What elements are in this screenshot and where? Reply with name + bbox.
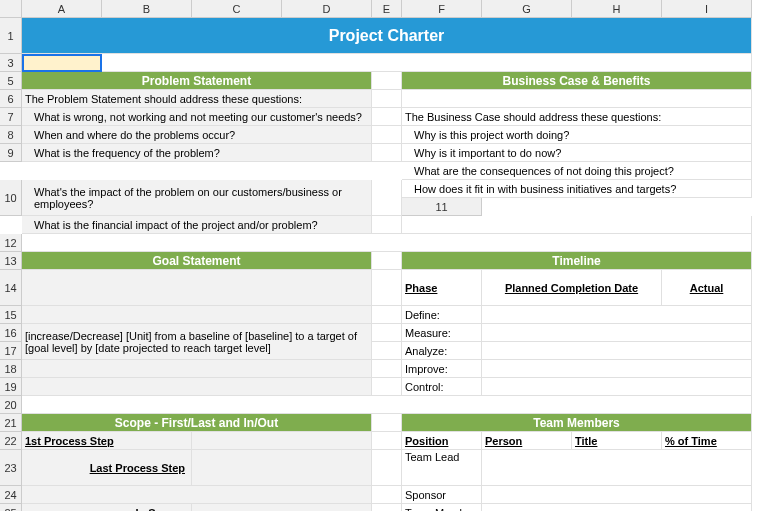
cell[interactable] xyxy=(372,126,402,144)
row-13[interactable]: 13 xyxy=(0,252,22,270)
cell[interactable] xyxy=(372,216,402,234)
cell[interactable] xyxy=(482,378,752,396)
cell[interactable] xyxy=(372,108,402,126)
col-G[interactable]: G xyxy=(482,0,572,18)
cell[interactable] xyxy=(482,306,752,324)
row-16[interactable]: 16 xyxy=(0,324,22,342)
business-case-header: Business Case & Benefits xyxy=(402,72,752,90)
col-B[interactable]: B xyxy=(102,0,192,18)
cell[interactable] xyxy=(372,324,402,342)
goal-statement-header: Goal Statement xyxy=(22,252,372,270)
row-7[interactable]: 7 xyxy=(0,108,22,126)
goal-blank xyxy=(22,270,372,306)
cell[interactable] xyxy=(482,324,752,342)
row-10[interactable]: 10 xyxy=(0,180,22,216)
cell[interactable] xyxy=(372,252,402,270)
row-14[interactable]: 14 xyxy=(0,270,22,306)
cell[interactable] xyxy=(482,486,752,504)
row-22[interactable]: 22 xyxy=(0,432,22,450)
cell[interactable] xyxy=(372,414,402,432)
cell[interactable] xyxy=(372,270,402,306)
row-20[interactable]: 20 xyxy=(0,396,22,414)
spreadsheet-grid[interactable]: A B C D E F G H I 1 Project Charter 3 5 … xyxy=(0,0,759,511)
cell[interactable] xyxy=(372,180,402,216)
blank xyxy=(402,90,752,108)
row-5[interactable]: 5 xyxy=(0,72,22,90)
team-pct-h: % of Time xyxy=(662,432,752,450)
cell[interactable] xyxy=(372,378,402,396)
problem-statement-header: Problem Statement xyxy=(22,72,372,90)
row-21[interactable]: 21 xyxy=(0,414,22,432)
goal-blank2 xyxy=(22,306,372,324)
cell[interactable] xyxy=(372,504,402,511)
cell[interactable] xyxy=(482,450,752,486)
col-A[interactable]: A xyxy=(22,0,102,18)
goal-blank3 xyxy=(22,360,372,378)
cell[interactable] xyxy=(482,360,752,378)
col-I[interactable]: I xyxy=(662,0,752,18)
timeline-analyze: Analyze: xyxy=(402,342,482,360)
business-q4: How does it fit in with business initiat… xyxy=(402,180,752,198)
business-lead: The Business Case should address these q… xyxy=(402,108,752,126)
cell[interactable] xyxy=(372,90,402,108)
blank-row xyxy=(22,396,752,414)
col-H[interactable]: H xyxy=(572,0,662,18)
row-18[interactable]: 18 xyxy=(0,360,22,378)
cell[interactable] xyxy=(192,432,372,450)
timeline-planned-h: Planned Completion Date xyxy=(482,270,662,306)
cell[interactable] xyxy=(372,144,402,162)
cell[interactable] xyxy=(482,504,752,511)
cell[interactable] xyxy=(192,450,372,486)
problem-q2: When and where do the problems occur? xyxy=(22,126,372,144)
row-15[interactable]: 15 xyxy=(0,306,22,324)
cell[interactable] xyxy=(22,486,372,504)
title-band: Project Charter xyxy=(22,18,752,54)
row-3[interactable]: 3 xyxy=(0,54,22,72)
row-6[interactable]: 6 xyxy=(0,90,22,108)
timeline-actual-h: Actual xyxy=(662,270,752,306)
cell[interactable] xyxy=(372,450,402,486)
cell[interactable] xyxy=(402,216,752,234)
business-q3: What are the consequences of not doing t… xyxy=(402,162,752,180)
row-17[interactable]: 17 xyxy=(0,342,22,360)
cell[interactable] xyxy=(372,360,402,378)
col-D[interactable]: D xyxy=(282,0,372,18)
cell[interactable] xyxy=(372,342,402,360)
select-all-corner[interactable] xyxy=(0,0,22,18)
problem-q4: What's the impact of the problem on our … xyxy=(22,180,372,216)
cell[interactable] xyxy=(372,72,402,90)
row-24[interactable]: 24 xyxy=(0,486,22,504)
row-11[interactable]: 11 xyxy=(402,198,482,216)
cell[interactable] xyxy=(192,504,372,511)
team-sponsor: Sponsor xyxy=(402,486,482,504)
team-member-1: Team Member xyxy=(402,504,482,511)
row-23[interactable]: 23 xyxy=(0,450,22,486)
timeline-define: Define: xyxy=(402,306,482,324)
timeline-phase-h: Phase xyxy=(402,270,482,306)
timeline-improve: Improve: xyxy=(402,360,482,378)
scope-last: Last Process Step xyxy=(22,450,192,486)
problem-q3: What is the frequency of the problem? xyxy=(22,144,372,162)
row-19[interactable]: 19 xyxy=(0,378,22,396)
team-title-h: Title xyxy=(572,432,662,450)
timeline-measure: Measure: xyxy=(402,324,482,342)
row-12[interactable]: 12 xyxy=(0,234,22,252)
cell[interactable] xyxy=(372,306,402,324)
row-25[interactable]: 25 xyxy=(0,504,22,511)
col-F[interactable]: F xyxy=(402,0,482,18)
scope-first: 1st Process Step xyxy=(22,432,192,450)
cell-A3-selected[interactable] xyxy=(22,54,102,72)
row-8[interactable]: 8 xyxy=(0,126,22,144)
cell[interactable] xyxy=(102,54,752,72)
goal-text: [increase/Decrease] [Unit] from a baseli… xyxy=(22,324,372,360)
col-E[interactable]: E xyxy=(372,0,402,18)
cell[interactable] xyxy=(372,486,402,504)
cell[interactable] xyxy=(372,432,402,450)
problem-q1: What is wrong, not working and not meeti… xyxy=(22,108,372,126)
cell[interactable] xyxy=(482,342,752,360)
col-C[interactable]: C xyxy=(192,0,282,18)
business-q2: Why is it important to do now? xyxy=(402,144,752,162)
row-9[interactable]: 9 xyxy=(0,144,22,162)
team-members-header: Team Members xyxy=(402,414,752,432)
row-1[interactable]: 1 xyxy=(0,18,22,54)
